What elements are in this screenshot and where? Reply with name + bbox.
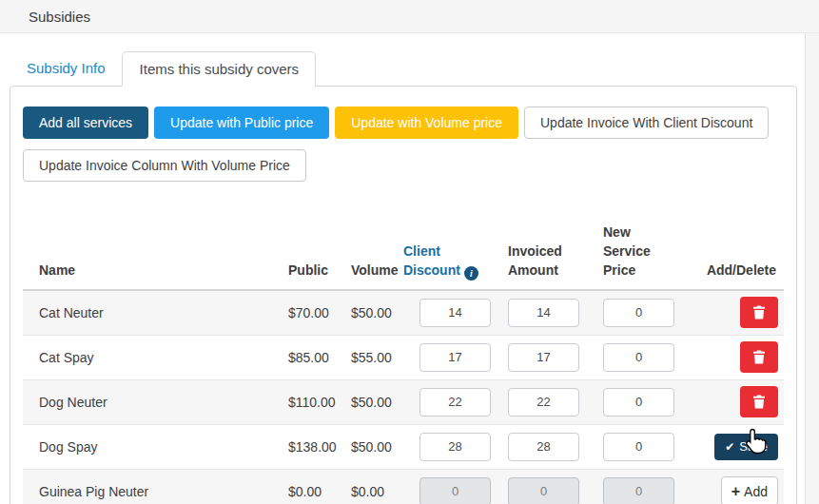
trash-icon [752, 350, 766, 364]
tab-subsidy-info[interactable]: Subsidy Info [10, 51, 122, 86]
toolbar-row-1: Add all services Update with Public pric… [23, 107, 784, 139]
row-volume-price: $55.00 [344, 350, 403, 365]
row-volume-price: $0.00 [344, 484, 403, 499]
save-button[interactable]: ✔Save [714, 434, 778, 460]
subsidy-items-card: Add all services Update with Public pric… [10, 86, 797, 504]
new-service-price-cell [603, 477, 698, 504]
action-cell: ✔Save +Add [698, 297, 784, 328]
client-discount-input[interactable] [419, 433, 491, 461]
invoiced-amount-cell [508, 299, 603, 327]
row-name: Dog Neuter [23, 395, 282, 410]
invoiced-amount-input[interactable] [508, 477, 579, 504]
new-service-price-input[interactable] [603, 477, 674, 504]
col-header-public: Public [282, 262, 344, 281]
col-header-client-discount: Client Discount i [403, 242, 508, 281]
row-volume-price: $50.00 [344, 395, 403, 410]
table-row: Cat Spay $85.00 $55.00 ✔Save +Add [23, 336, 784, 380]
invoiced-amount-cell [508, 433, 603, 461]
client-discount-cell [403, 299, 508, 327]
update-invoice-column-volume-price-button[interactable]: Update Invoice Column With Volume Price [23, 149, 306, 182]
row-volume-price: $50.00 [344, 305, 403, 320]
row-name: Dog Spay [23, 439, 282, 455]
subsidies-page: Subsidies Subsidy Info Items this subsid… [0, 0, 819, 504]
scrollbar-gutter[interactable] [805, 33, 819, 504]
table-row: Cat Neuter $70.00 $50.00 ✔Save +Add [23, 291, 784, 336]
new-service-price-input[interactable] [603, 299, 674, 327]
invoiced-amount-cell [508, 477, 603, 504]
client-discount-input[interactable] [419, 477, 491, 504]
row-volume-price: $50.00 [344, 439, 403, 455]
info-icon[interactable]: i [464, 266, 478, 281]
row-name: Cat Neuter [23, 305, 282, 320]
table-header: Name Public Volume Client Discount i Inv… [23, 223, 784, 291]
client-discount-input[interactable] [419, 388, 491, 417]
update-volume-price-button[interactable]: Update with Volume price [335, 107, 518, 139]
new-service-price-input[interactable] [603, 433, 674, 461]
page-header: Subsidies [0, 0, 819, 33]
add-button-label: Add [744, 484, 768, 499]
tab-bar: Subsidy Info Items this subsidy covers [10, 51, 819, 86]
row-public-price: $138.00 [282, 439, 344, 455]
trash-icon [752, 395, 766, 409]
client-discount-cell [403, 433, 508, 461]
action-cell: ✔Save +Add [698, 341, 784, 373]
invoiced-amount-input[interactable] [508, 388, 579, 417]
toolbar-row-2: Update Invoice Column With Volume Price [23, 149, 784, 182]
new-service-price-cell [603, 388, 698, 417]
row-public-price: $110.00 [282, 395, 344, 410]
invoiced-amount-input[interactable] [508, 433, 579, 461]
invoiced-amount-input[interactable] [508, 343, 579, 372]
row-name: Guinea Pig Neuter [23, 484, 282, 499]
col-header-volume: Volume [344, 262, 403, 281]
new-service-price-input[interactable] [603, 343, 674, 372]
tab-items-covered[interactable]: Items this subsidy covers [122, 51, 317, 87]
client-discount-label: Client Discount [403, 243, 460, 278]
col-header-invoiced-amount: Invoiced Amount [508, 242, 603, 281]
client-discount-input[interactable] [419, 343, 491, 372]
add-all-services-button[interactable]: Add all services [23, 107, 148, 139]
page-title: Subsidies [29, 9, 90, 25]
new-service-price-cell [603, 343, 698, 372]
delete-button[interactable] [740, 386, 778, 417]
table-row: Guinea Pig Neuter $0.00 $0.00 ✔Save +Add [23, 470, 784, 504]
row-public-price: $0.00 [282, 484, 344, 499]
client-discount-cell [403, 388, 508, 417]
row-public-price: $85.00 [282, 350, 344, 365]
col-header-name: Name [23, 262, 282, 281]
update-invoice-client-discount-button[interactable]: Update Invoice With Client Discount [524, 107, 769, 139]
row-public-price: $70.00 [282, 305, 344, 320]
client-discount-input[interactable] [419, 299, 491, 327]
table-row: Dog Neuter $110.00 $50.00 ✔Save +Add [23, 380, 784, 425]
client-discount-cell [403, 343, 508, 372]
action-cell: ✔Save +Add [698, 434, 784, 460]
col-header-new-service-price: New Service Price [603, 223, 698, 281]
new-service-price-cell [603, 433, 698, 461]
col-header-add-delete: Add/Delete [698, 262, 784, 281]
action-cell: ✔Save +Add [698, 476, 784, 504]
table-body: Cat Neuter $70.00 $50.00 ✔Save +Add [23, 291, 784, 504]
plus-icon: + [731, 484, 740, 499]
delete-button[interactable] [740, 341, 778, 373]
update-public-price-button[interactable]: Update with Public price [154, 107, 329, 139]
table-row: Dog Spay $138.00 $50.00 ✔Save +Add [23, 425, 784, 470]
delete-button[interactable] [740, 297, 778, 328]
invoiced-amount-cell [508, 388, 603, 417]
trash-icon [752, 305, 766, 320]
invoiced-amount-cell [508, 343, 603, 372]
client-discount-cell [403, 477, 508, 504]
row-name: Cat Spay [23, 350, 282, 365]
check-icon: ✔ [725, 440, 734, 454]
add-button[interactable]: +Add [721, 476, 778, 504]
subsidy-items-table: Name Public Volume Client Discount i Inv… [23, 223, 784, 504]
save-button-label: Save [739, 439, 768, 454]
new-service-price-cell [603, 299, 698, 327]
new-service-price-input[interactable] [603, 388, 674, 417]
invoiced-amount-input[interactable] [508, 299, 579, 327]
action-cell: ✔Save +Add [698, 386, 784, 417]
